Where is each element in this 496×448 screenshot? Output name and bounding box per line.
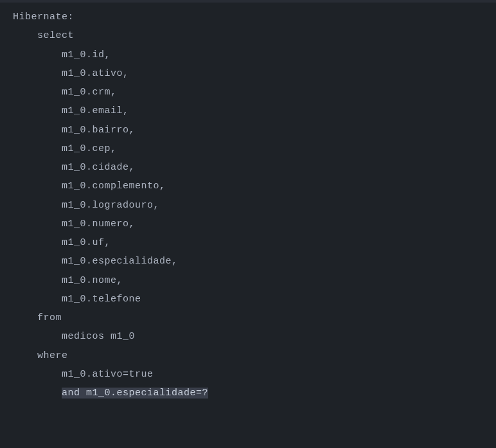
code-line: m1_0.telefone <box>13 294 141 305</box>
code-line: m1_0.email, <box>13 105 129 116</box>
code-line: m1_0.nome, <box>13 275 123 286</box>
code-line: m1_0.ativo=true <box>13 369 154 380</box>
code-line-prefix <box>13 388 62 399</box>
code-line: m1_0.bairro, <box>13 125 135 136</box>
code-line: m1_0.uf, <box>13 237 111 248</box>
code-line: from <box>13 312 62 323</box>
code-line: m1_0.numero, <box>13 219 135 229</box>
code-line: Hibernate: <box>13 12 74 22</box>
code-line: where <box>13 350 68 361</box>
highlighted-text: and m1_0.especialidade=? <box>62 388 208 399</box>
code-line: m1_0.especialidade, <box>13 256 178 267</box>
code-line: medicos m1_0 <box>13 331 135 342</box>
code-line: m1_0.cep, <box>13 143 117 154</box>
code-line: m1_0.crm, <box>13 87 117 98</box>
code-line: m1_0.id, <box>13 49 111 60</box>
code-line: m1_0.cidade, <box>13 162 135 173</box>
code-line: m1_0.logradouro, <box>13 200 159 211</box>
code-line: m1_0.complemento, <box>13 181 166 192</box>
console-output: Hibernate: select m1_0.id, m1_0.ativo, m… <box>0 8 496 402</box>
code-line: select <box>13 30 74 41</box>
code-line: m1_0.ativo, <box>13 68 129 79</box>
